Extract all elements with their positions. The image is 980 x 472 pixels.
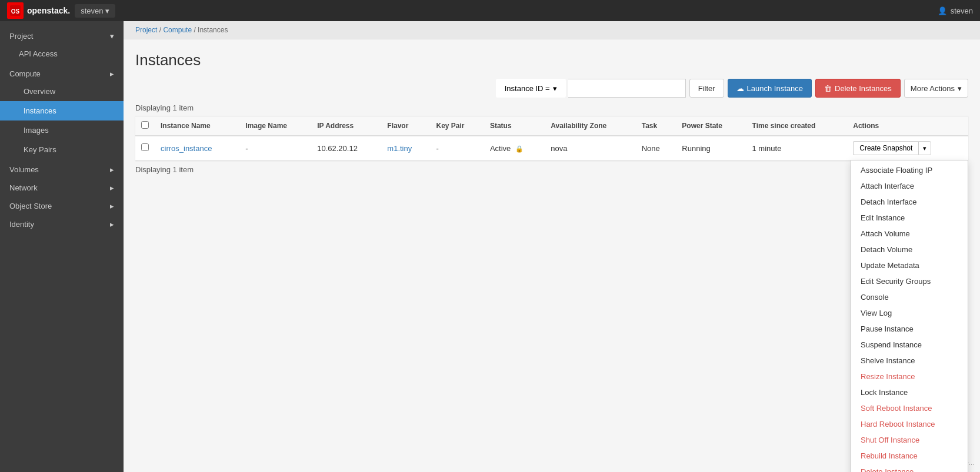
filter-button[interactable]: Filter bbox=[689, 79, 724, 98]
menu-link-attach-volume[interactable]: Attach Volume bbox=[851, 226, 968, 242]
main-content: Project / Compute / Instances Instances … bbox=[124, 21, 980, 472]
menu-item-attach-volume[interactable]: Attach Volume bbox=[851, 226, 968, 242]
filter-input[interactable] bbox=[568, 79, 686, 98]
project-dropdown[interactable]: steven ▾ bbox=[75, 4, 115, 18]
menu-item-console[interactable]: Console bbox=[851, 289, 968, 305]
menu-item-delete-instance[interactable]: Delete Instance bbox=[851, 464, 968, 472]
col-status: Status bbox=[484, 116, 545, 136]
sidebar-item-api-access[interactable]: API Access bbox=[0, 44, 124, 63]
openstack-logo[interactable]: OS openstack. bbox=[7, 2, 70, 19]
menu-link-detach-volume[interactable]: Detach Volume bbox=[851, 242, 968, 257]
filter-select-label: Instance ID = bbox=[505, 84, 550, 93]
row-az: nova bbox=[545, 136, 635, 160]
page-content: Instances Instance ID = ▾ Filter ☁ Launc… bbox=[124, 39, 980, 189]
sidebar-item-overview[interactable]: Overview bbox=[0, 82, 124, 101]
menu-link-hard-reboot[interactable]: Hard Reboot Instance bbox=[851, 416, 968, 432]
more-btn-label: More Actions bbox=[911, 84, 955, 93]
menu-link-pause-instance[interactable]: Pause Instance bbox=[851, 321, 968, 337]
top-navbar: OS openstack. steven ▾ 👤 steven bbox=[0, 0, 980, 21]
menu-item-shut-off[interactable]: Shut Off Instance bbox=[851, 432, 968, 448]
filter-select-btn[interactable]: Instance ID = ▾ bbox=[496, 79, 566, 98]
create-snapshot-btn[interactable]: Create Snapshot bbox=[853, 141, 918, 155]
col-power-state: Power State bbox=[676, 116, 746, 136]
sidebar-identity-header[interactable]: Identity ▸ bbox=[0, 214, 124, 232]
delete-instances-button[interactable]: 🗑 Delete Instances bbox=[815, 79, 901, 98]
breadcrumb-compute[interactable]: Compute bbox=[163, 26, 192, 34]
sidebar-volumes-label: Volumes bbox=[9, 165, 39, 174]
menu-item-view-log[interactable]: View Log bbox=[851, 305, 968, 321]
menu-item-edit-security-groups[interactable]: Edit Security Groups bbox=[851, 273, 968, 289]
menu-item-lock-instance[interactable]: Lock Instance bbox=[851, 384, 968, 400]
sidebar-compute-header[interactable]: Compute ▸ bbox=[0, 63, 124, 82]
menu-item-detach-volume[interactable]: Detach Volume bbox=[851, 242, 968, 257]
menu-item-shelve-instance[interactable]: Shelve Instance bbox=[851, 353, 968, 369]
more-actions-button[interactable]: More Actions ▾ bbox=[904, 79, 968, 98]
menu-link-attach-interface[interactable]: Attach Interface bbox=[851, 178, 968, 194]
menu-link-edit-instance[interactable]: Edit Instance bbox=[851, 210, 968, 226]
menu-link-suspend-instance[interactable]: Suspend Instance bbox=[851, 337, 968, 353]
filter-group: Instance ID = ▾ bbox=[496, 79, 686, 98]
sidebar-identity-caret: ▸ bbox=[110, 220, 114, 229]
row-checkbox[interactable] bbox=[141, 143, 149, 151]
menu-link-shelve-instance[interactable]: Shelve Instance bbox=[851, 353, 968, 369]
filter-btn-label: Filter bbox=[698, 84, 715, 93]
col-key-pair: Key Pair bbox=[430, 116, 484, 136]
user-menu[interactable]: 👤 steven bbox=[938, 6, 973, 15]
menu-item-attach-interface[interactable]: Attach Interface bbox=[851, 178, 968, 194]
menu-item-associate-floating-ip[interactable]: Associate Floating IP bbox=[851, 162, 968, 178]
action-dropdown-toggle[interactable]: ▾ bbox=[918, 141, 931, 155]
col-ip-address: IP Address bbox=[311, 116, 381, 136]
menu-link-edit-security-groups[interactable]: Edit Security Groups bbox=[851, 273, 968, 289]
menu-item-resize-instance[interactable]: Resize Instance bbox=[851, 369, 968, 384]
menu-link-console[interactable]: Console bbox=[851, 289, 968, 305]
project-label: steven bbox=[81, 6, 103, 15]
sidebar: Project ▾ API Access Compute ▸ Overview … bbox=[0, 21, 124, 472]
sidebar-item-label: Images bbox=[24, 126, 49, 135]
menu-item-hard-reboot[interactable]: Hard Reboot Instance bbox=[851, 416, 968, 432]
col-flavor: Flavor bbox=[381, 116, 430, 136]
menu-link-associate-floating-ip[interactable]: Associate Floating IP bbox=[851, 162, 968, 178]
sidebar-item-instances[interactable]: Instances bbox=[0, 101, 124, 120]
table-header-row: Instance Name Image Name IP Address Flav… bbox=[135, 116, 968, 136]
delete-btn-label: Delete Instances bbox=[835, 84, 892, 93]
launch-instance-button[interactable]: ☁ Launch Instance bbox=[728, 79, 812, 98]
sidebar-item-images[interactable]: Images bbox=[0, 120, 124, 140]
sidebar-item-keypairs[interactable]: Key Pairs bbox=[0, 140, 124, 159]
flavor-link[interactable]: m1.tiny bbox=[387, 144, 412, 153]
menu-item-soft-reboot[interactable]: Soft Reboot Instance bbox=[851, 400, 968, 416]
sidebar-identity-label: Identity bbox=[9, 220, 34, 229]
svg-text:OS: OS bbox=[11, 8, 20, 15]
menu-item-detach-interface[interactable]: Detach Interface bbox=[851, 194, 968, 210]
menu-item-rebuild[interactable]: Rebuild Instance bbox=[851, 448, 968, 464]
menu-item-pause-instance[interactable]: Pause Instance bbox=[851, 321, 968, 337]
action-dropdown-menu: Associate Floating IP Attach Interface D… bbox=[851, 160, 968, 472]
instances-table: Instance Name Image Name IP Address Flav… bbox=[135, 116, 968, 160]
sidebar-volumes-header[interactable]: Volumes ▸ bbox=[0, 159, 124, 178]
filter-select-caret: ▾ bbox=[553, 84, 557, 93]
sidebar-network-header[interactable]: Network ▸ bbox=[0, 178, 124, 196]
sidebar-volumes-caret: ▸ bbox=[110, 165, 114, 174]
instance-name-link[interactable]: cirros_instance bbox=[161, 144, 212, 153]
menu-link-resize-instance[interactable]: Resize Instance bbox=[851, 369, 968, 384]
menu-link-rebuild[interactable]: Rebuild Instance bbox=[851, 448, 968, 464]
menu-link-view-log[interactable]: View Log bbox=[851, 305, 968, 321]
menu-link-lock-instance[interactable]: Lock Instance bbox=[851, 384, 968, 400]
row-checkbox-cell bbox=[135, 136, 155, 160]
select-all-checkbox[interactable] bbox=[141, 121, 149, 129]
menu-item-suspend-instance[interactable]: Suspend Instance bbox=[851, 337, 968, 353]
menu-link-delete-instance[interactable]: Delete Instance bbox=[851, 464, 968, 472]
row-flavor: m1.tiny bbox=[381, 136, 430, 160]
col-actions: Actions bbox=[847, 116, 968, 136]
menu-link-soft-reboot[interactable]: Soft Reboot Instance bbox=[851, 400, 968, 416]
menu-item-update-metadata[interactable]: Update Metadata bbox=[851, 257, 968, 273]
row-status: Active 🔒 bbox=[484, 136, 545, 160]
sidebar-network-caret: ▸ bbox=[110, 183, 114, 192]
menu-link-detach-interface[interactable]: Detach Interface bbox=[851, 194, 968, 210]
sidebar-project-header[interactable]: Project ▾ bbox=[0, 26, 124, 44]
sidebar-objectstore-header[interactable]: Object Store ▸ bbox=[0, 196, 124, 214]
menu-link-update-metadata[interactable]: Update Metadata bbox=[851, 257, 968, 273]
breadcrumb-project[interactable]: Project bbox=[135, 26, 157, 34]
menu-item-edit-instance[interactable]: Edit Instance bbox=[851, 210, 968, 226]
project-caret: ▾ bbox=[105, 6, 109, 15]
menu-link-shut-off[interactable]: Shut Off Instance bbox=[851, 432, 968, 448]
